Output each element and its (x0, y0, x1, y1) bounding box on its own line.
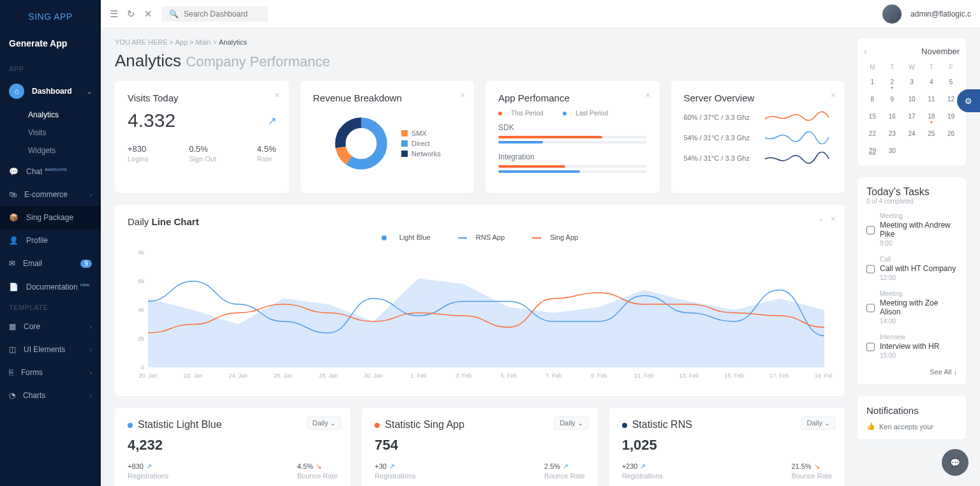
donut-chart (334, 116, 389, 171)
app-logo[interactable]: SING APP (0, 8, 101, 33)
nav-chat[interactable]: 💬 Chatawesome (0, 159, 101, 183)
main: ☰ ↻ ✕ 🔍 admin@flatlogic.c YOU ARE HERE >… (101, 0, 980, 486)
calendar-day[interactable]: 11 (923, 92, 940, 107)
search-input[interactable] (184, 10, 260, 18)
calendar-day[interactable]: 15 (864, 109, 881, 124)
calendar-day[interactable]: 4 (923, 75, 940, 89)
nav-dashboard[interactable]: ⌂ Dashboard ⌄ (0, 77, 101, 106)
calendar-day[interactable]: 22 (864, 126, 881, 141)
sdk-label: SDK (498, 123, 647, 132)
sidebar: SING APP Generate App APP ⌂ Dashboard ⌄ … (0, 0, 101, 486)
breadcrumb-main[interactable]: Main (196, 38, 211, 46)
nav-core[interactable]: ▦ Core › (0, 315, 101, 338)
stat-sing-app: Daily ⌄ Statistic Sing App 754 +30↗Regis… (362, 408, 597, 486)
nav-forms[interactable]: ⎘ Forms › (0, 361, 101, 384)
chevron-right-icon: › (90, 392, 92, 399)
search-icon: 🔍 (169, 10, 179, 18)
calendar-day[interactable] (903, 144, 921, 158)
nav-charts[interactable]: ◔ Charts › (0, 384, 101, 407)
line-chart: 02k4k6k8k20. Jan22. Jan24. Jan26. Jan28.… (128, 246, 832, 380)
nav-label: Email (23, 259, 42, 268)
close-icon[interactable]: × (460, 90, 465, 100)
daily-dropdown[interactable]: Daily ⌄ (554, 416, 589, 430)
generate-app-link[interactable]: Generate App (0, 33, 101, 60)
section-template: TEMPLATE (0, 298, 101, 315)
svg-text:6k: 6k (138, 278, 144, 284)
subnav-widgets[interactable]: Widgets (0, 142, 101, 159)
calendar-day[interactable]: 26 (942, 126, 960, 141)
settings-button[interactable]: ⚙ (957, 89, 980, 112)
chevron-down-icon[interactable]: ⌄ (817, 214, 824, 223)
nav-label: Chat (26, 167, 42, 176)
breadcrumb-pre: YOU ARE HERE (115, 38, 168, 46)
close-icon[interactable]: × (645, 90, 650, 100)
daily-dropdown[interactable]: Daily ⌄ (307, 416, 342, 430)
task-checkbox[interactable] (866, 335, 875, 359)
task-checkbox[interactable] (866, 291, 875, 325)
calendar-day[interactable]: 10 (903, 92, 921, 107)
nav-ui-elements[interactable]: ◫ UI Elements › (0, 338, 101, 361)
see-all-link[interactable]: See All ↓ (866, 368, 957, 376)
nav-email[interactable]: ✉ Email 9 (0, 252, 101, 275)
grid-icon: ▦ (9, 322, 16, 331)
svg-text:13. Feb: 13. Feb (679, 372, 699, 379)
calendar-grid: MTWTF12345891011121516171819222324252629… (864, 63, 960, 158)
nav-label: Forms (21, 368, 43, 377)
calendar-day[interactable] (942, 144, 960, 158)
calendar-day[interactable]: 18 (923, 109, 940, 124)
task-checkbox[interactable] (866, 214, 875, 247)
close-icon[interactable]: ✕ (144, 8, 152, 20)
chat-button[interactable]: 💬 (942, 449, 969, 476)
forms-icon: ⎘ (9, 368, 13, 377)
calendar-day[interactable]: 2 (884, 75, 901, 89)
task-checkbox[interactable] (866, 257, 875, 281)
calendar-day[interactable]: 19 (942, 109, 960, 124)
nav-label: Core (24, 322, 40, 331)
nav-ecommerce[interactable]: 🛍 E-commerce › (0, 183, 101, 206)
avatar[interactable] (882, 4, 902, 24)
svg-text:4k: 4k (138, 307, 144, 313)
nav-label: Documentation (26, 283, 78, 291)
tasks-title: Today's Tasks (866, 186, 957, 198)
nav-label: Dashboard (32, 87, 72, 96)
task-item: MeetingMeeting with Andrew Pike9:00 (866, 212, 957, 247)
nav-documentation[interactable]: 📄 Documentationnew (0, 275, 101, 298)
stat-title: Statistic Light Blue (128, 419, 338, 431)
svg-text:30. Jan: 30. Jan (364, 372, 383, 379)
user-email[interactable]: admin@flatlogic.c (910, 10, 971, 18)
calendar-day[interactable]: 24 (903, 126, 921, 141)
search-box[interactable]: 🔍 (161, 6, 268, 22)
calendar-day[interactable]: 5 (942, 75, 960, 89)
svg-text:15. Feb: 15. Feb (724, 372, 744, 379)
calendar-day[interactable]: 1 (864, 75, 881, 89)
chart-legend: Light Blue RNS App Sing App (128, 233, 832, 241)
nav-profile[interactable]: 👤 Profile (0, 229, 101, 252)
arrow-icon: ↗ (268, 115, 276, 127)
task-item: CallCall with HT Company12:00 (866, 256, 957, 281)
daily-dropdown[interactable]: Daily ⌄ (801, 416, 836, 430)
calendar-day[interactable]: 3 (903, 75, 921, 89)
nav-sing-package[interactable]: 📦 Sing Package (0, 206, 101, 229)
calendar-day[interactable]: 9 (884, 92, 901, 107)
calendar-day[interactable] (923, 144, 940, 158)
refresh-icon[interactable]: ↻ (127, 8, 135, 20)
calendar-day[interactable]: 8 (864, 92, 881, 107)
subnav-visits[interactable]: Visits (0, 124, 101, 142)
calendar-day[interactable]: 29 (864, 144, 881, 158)
badge-awesome: awesome (45, 166, 66, 172)
subnav-analytics[interactable]: Analytics (0, 106, 101, 124)
calendar-day[interactable]: 23 (884, 126, 901, 141)
calendar-day[interactable]: 30 (884, 144, 901, 158)
calendar-day[interactable]: 25 (923, 126, 940, 141)
breadcrumb-app[interactable]: App (175, 38, 188, 46)
svg-text:17. Feb: 17. Feb (769, 372, 789, 379)
close-icon[interactable]: × (831, 90, 836, 100)
calendar-day[interactable]: 17 (903, 109, 921, 124)
calendar-day[interactable]: 16 (884, 109, 901, 124)
menu-icon[interactable]: ☰ (110, 8, 118, 20)
email-badge: 9 (80, 260, 92, 268)
close-icon[interactable]: × (274, 90, 279, 100)
chevron-right-icon: › (90, 369, 92, 376)
close-icon[interactable]: × (831, 214, 836, 224)
cal-prev[interactable]: ‹ (864, 46, 867, 56)
